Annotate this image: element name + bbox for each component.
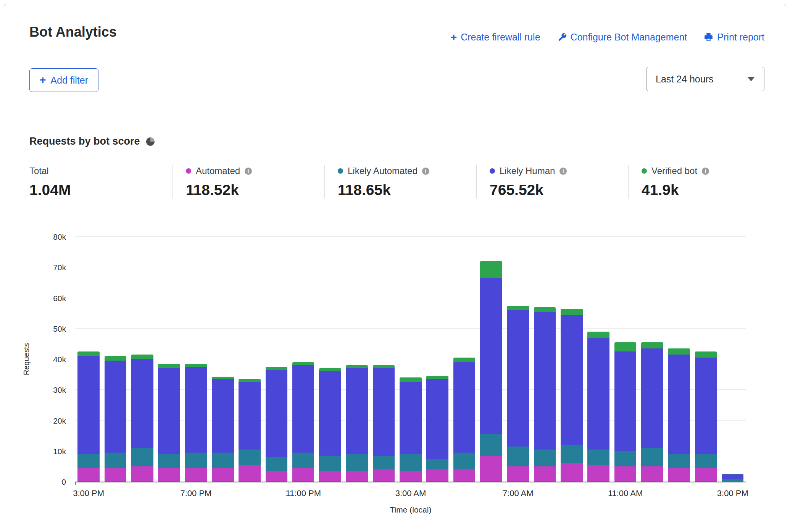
bar[interactable] xyxy=(317,237,343,482)
time-range-select[interactable]: Last 24 hours xyxy=(646,67,764,91)
bar[interactable] xyxy=(370,237,397,482)
bar-segment xyxy=(158,468,180,482)
bar-segment xyxy=(534,312,556,450)
stat-automated: Automated i 118.52k xyxy=(173,165,324,198)
bar-segment xyxy=(614,342,637,351)
bar-segment xyxy=(319,368,341,371)
bar[interactable] xyxy=(156,237,182,482)
chevron-down-icon xyxy=(747,77,755,81)
bar-segment xyxy=(614,451,637,466)
bar-segment xyxy=(400,454,422,471)
bar-segment xyxy=(266,367,288,370)
bar-segment xyxy=(561,445,583,463)
bar-segment xyxy=(614,351,637,451)
wrench-icon xyxy=(557,32,567,42)
verified-bot-dot-icon xyxy=(642,168,647,174)
bar-segment xyxy=(185,468,207,482)
y-tick-label: 0 xyxy=(39,477,66,487)
bar[interactable] xyxy=(210,237,236,482)
bar-segment xyxy=(373,469,395,482)
bar[interactable] xyxy=(585,237,612,482)
configure-bot-management-link[interactable]: Configure Bot Management xyxy=(557,32,687,43)
bar[interactable] xyxy=(531,237,558,482)
bar-segment xyxy=(266,370,288,457)
stat-likely-automated-label: Likely Automated xyxy=(348,166,418,176)
add-filter-button[interactable]: + Add filter xyxy=(29,68,98,92)
bar[interactable] xyxy=(290,237,317,482)
stat-total: Total 1.04M xyxy=(4,165,173,198)
bar-segment xyxy=(239,379,261,382)
bar[interactable] xyxy=(451,237,477,482)
bar-segment xyxy=(131,448,153,466)
bar[interactable] xyxy=(263,237,290,482)
header-actions: + Create firewall rule Configure Bot Man… xyxy=(451,32,764,43)
info-icon[interactable]: i xyxy=(422,168,429,175)
bar[interactable] xyxy=(692,237,719,482)
bar-segment xyxy=(185,453,207,468)
bot-analytics-card: Bot Analytics + Create firewall rule Con… xyxy=(4,4,786,532)
print-report-link[interactable]: Print report xyxy=(704,32,764,43)
bar-segment xyxy=(534,307,556,312)
stat-automated-value: 118.52k xyxy=(186,182,324,198)
bar-segment xyxy=(426,376,448,379)
card-body: Requests by bot score Total 1.04M Automa… xyxy=(4,135,786,482)
bar[interactable] xyxy=(236,237,263,482)
x-tick-label: 11:00 PM xyxy=(285,488,321,498)
stat-likely-automated-value: 118.65k xyxy=(338,182,476,198)
stat-likely-human-value: 765.52k xyxy=(490,182,628,198)
bar-segment xyxy=(668,468,690,482)
bar-segment xyxy=(668,348,690,355)
bar-segment xyxy=(292,468,314,482)
section-title: Requests by bot score xyxy=(29,135,140,147)
bar[interactable] xyxy=(343,237,370,482)
stat-total-label: Total xyxy=(29,166,49,176)
info-icon[interactable]: i xyxy=(702,168,709,175)
x-tick-label: 11:00 AM xyxy=(608,488,643,498)
bars xyxy=(75,237,746,482)
bar-segment xyxy=(105,468,127,482)
plus-icon: + xyxy=(451,32,457,43)
bar-segment xyxy=(292,453,314,468)
bar[interactable] xyxy=(505,237,531,482)
bar[interactable] xyxy=(666,237,692,482)
bar[interactable] xyxy=(182,237,209,482)
bar-segment xyxy=(77,351,100,356)
bar-segment xyxy=(507,447,529,466)
bar-segment xyxy=(453,362,476,453)
bar[interactable] xyxy=(424,237,451,482)
automated-dot-icon xyxy=(186,168,191,174)
info-icon[interactable]: i xyxy=(245,168,252,175)
bar[interactable] xyxy=(719,237,746,482)
stats-row: Total 1.04M Automated i 118.52k Likely xyxy=(4,165,786,198)
bar-segment xyxy=(480,261,502,278)
stat-likely-automated: Likely Automated i 118.65k xyxy=(324,165,476,198)
stat-verified-bot-label: Verified bot xyxy=(651,166,697,176)
bar[interactable] xyxy=(75,237,102,482)
bar-segment xyxy=(668,454,690,468)
bar[interactable] xyxy=(397,237,424,482)
bar-segment xyxy=(292,362,314,365)
bar-segment xyxy=(131,466,153,482)
stat-automated-label: Automated xyxy=(196,166,240,176)
bar[interactable] xyxy=(639,237,666,482)
add-filter-label: Add filter xyxy=(50,75,88,86)
create-firewall-rule-link[interactable]: + Create firewall rule xyxy=(451,32,540,43)
bar-segment xyxy=(292,365,314,453)
bar[interactable] xyxy=(558,237,585,482)
x-axis-title: Time (local) xyxy=(390,505,432,514)
x-tick-label: 3:00 AM xyxy=(395,488,426,498)
bar-segment xyxy=(480,456,502,482)
likely-human-dot-icon xyxy=(490,168,495,174)
bar-segment xyxy=(561,315,583,445)
bar[interactable] xyxy=(478,237,505,482)
bar[interactable] xyxy=(612,237,638,482)
bar-segment xyxy=(77,468,100,482)
bar-segment xyxy=(695,358,717,454)
bar[interactable] xyxy=(102,237,129,482)
bar-segment xyxy=(319,456,341,471)
info-icon[interactable]: i xyxy=(559,168,567,175)
bar[interactable] xyxy=(129,237,156,482)
bar-segment xyxy=(561,463,583,482)
bar-segment xyxy=(239,465,261,482)
bar-segment xyxy=(158,368,180,454)
